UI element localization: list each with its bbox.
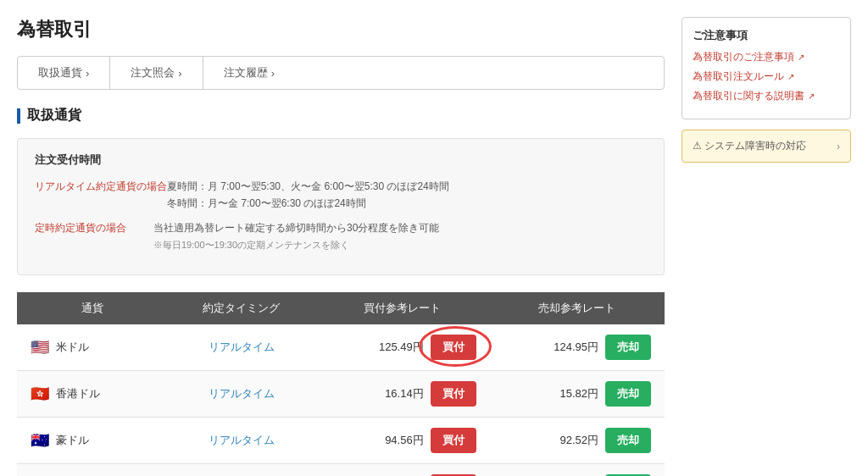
info-label-realtime: リアルタイム約定通貨の場合 — [35, 178, 167, 213]
table-row: 🇦🇺豪ドルリアルタイム94.56円買付92.52円売却 — [17, 417, 665, 463]
nav-item-currency[interactable]: 取扱通貨 › — [18, 57, 109, 89]
alert-text: ⚠ システム障害時の対応 — [693, 139, 806, 153]
buy-rate-cell: 125.49円買付 — [314, 324, 489, 371]
sidebar-link-3[interactable]: 為替取引に関する説明書 ↗ — [693, 89, 840, 103]
main-content: 為替取引 取扱通貨 › 注文照会 › 注文履歴 › 取扱通貨 注文受付時間 リア… — [17, 17, 665, 476]
section-title: 取扱通貨 — [17, 107, 665, 125]
col-header-sell-rate: 売却参考レート — [490, 292, 665, 324]
buy-rate-cell: 94.56円買付 — [314, 417, 489, 463]
timing-cell: リアルタイム — [169, 417, 315, 463]
nav-chevron-orders: › — [178, 67, 181, 80]
table-row: 🇺🇸米ドルリアルタイム125.49円買付124.95円売却 — [17, 324, 665, 371]
buy-rate-value: 94.56円 — [385, 433, 424, 448]
nav-label-currency: 取扱通貨 — [38, 65, 82, 80]
sidebar-link-2[interactable]: 為替取引注文ルール ↗ — [693, 69, 840, 84]
alert-button[interactable]: ⚠ システム障害時の対応 › — [682, 130, 851, 163]
table-header-row: 通貨 約定タイミング 買付参考レート 売却参考レート — [17, 292, 665, 324]
currency-cell: 🇺🇸米ドル — [17, 324, 169, 371]
nav-item-history[interactable]: 注文履歴 › — [203, 57, 295, 89]
timing-cell: リアルタイム — [169, 463, 315, 476]
sell-rate-cell: 92.52円売却 — [490, 417, 665, 463]
info-label-scheduled: 定時約定通貨の場合 — [35, 219, 153, 254]
external-icon-3: ↗ — [808, 91, 815, 101]
sell-rate-value: 92.52円 — [559, 433, 598, 448]
sidebar-link-1-label: 為替取引のご注意事項 — [693, 50, 794, 64]
currency-table: 通貨 約定タイミング 買付参考レート 売却参考レート 🇺🇸米ドルリアルタイム12… — [17, 292, 665, 476]
buy-rate-cell: 8.93円買付 — [314, 463, 489, 476]
sidebar-link-2-label: 為替取引注文ルール — [693, 69, 784, 84]
currency-cell: 🇦🇺豪ドル — [17, 417, 169, 463]
buy-rate-cell: 16.14円買付 — [314, 370, 489, 417]
nav-item-orders[interactable]: 注文照会 › — [110, 57, 202, 89]
alert-label: ⚠ システム障害時の対応 — [693, 139, 806, 153]
sell-rate-value: 15.82円 — [559, 386, 598, 401]
nav-chevron-currency: › — [86, 67, 89, 80]
sell-rate-cell: 8.31円売却 — [490, 463, 665, 476]
sidebar-link-3-label: 為替取引に関する説明書 — [693, 89, 804, 103]
timing-cell: リアルタイム — [169, 324, 315, 371]
flag-icon: 🇺🇸 — [31, 340, 49, 354]
info-box: 注文受付時間 リアルタイム約定通貨の場合 夏時間：月 7:00〜翌5:30、火〜… — [17, 138, 665, 275]
nav-bar: 取扱通貨 › 注文照会 › 注文履歴 › — [17, 56, 665, 90]
currency-cell: 🇭🇰香港ドル — [17, 370, 169, 417]
sell-rate-cell: 15.82円売却 — [490, 370, 665, 417]
timing-cell: リアルタイム — [169, 370, 315, 417]
nav-label-orders: 注文照会 — [131, 65, 175, 80]
info-value-realtime: 夏時間：月 7:00〜翌5:30、火〜金 6:00〜翌5:30 のほぼ24時間 … — [167, 178, 449, 213]
sell-button[interactable]: 売却 — [605, 428, 651, 453]
sidebar: ご注意事項 為替取引のご注意事項 ↗ 為替取引注文ルール ↗ 為替取引に関する説… — [682, 17, 851, 476]
buy-button[interactable]: 買付 — [431, 335, 476, 360]
currency-cell: 🇿🇦南アランド — [17, 463, 169, 476]
buy-rate-value: 16.14円 — [385, 386, 424, 401]
sidebar-link-1[interactable]: 為替取引のご注意事項 ↗ — [693, 50, 840, 64]
currency-name: 豪ドル — [56, 433, 89, 448]
col-header-currency: 通貨 — [17, 292, 169, 324]
sell-button[interactable]: 売却 — [605, 381, 651, 407]
nav-label-history: 注文履歴 — [224, 65, 268, 80]
sell-button[interactable]: 売却 — [605, 335, 651, 360]
info-box-title: 注文受付時間 — [35, 152, 647, 168]
sell-rate-cell: 124.95円売却 — [490, 324, 665, 371]
sell-rate-value: 124.95円 — [554, 340, 598, 355]
currency-name: 米ドル — [56, 340, 89, 355]
col-header-buy-rate: 買付参考レート — [314, 292, 489, 324]
page-title: 為替取引 — [17, 17, 665, 42]
table-row: 🇿🇦南アランドリアルタイム8.93円買付8.31円売却 — [17, 463, 665, 476]
info-row-scheduled: 定時約定通貨の場合 当社適用為替レート確定する締切時間から30分程度を除き可能 … — [35, 219, 647, 254]
buy-button[interactable]: 買付 — [431, 381, 476, 407]
col-header-timing: 約定タイミング — [169, 292, 315, 324]
flag-icon: 🇦🇺 — [31, 434, 49, 447]
flag-icon: 🇭🇰 — [31, 387, 49, 401]
sidebar-notice: ご注意事項 為替取引のご注意事項 ↗ 為替取引注文ルール ↗ 為替取引に関する説… — [682, 17, 851, 119]
nav-chevron-history: › — [271, 67, 275, 80]
buy-btn-wrapper: 買付 — [431, 335, 476, 360]
alert-chevron: › — [837, 141, 840, 152]
external-icon-1: ↗ — [798, 53, 804, 62]
external-icon-2: ↗ — [787, 72, 794, 81]
info-row-realtime: リアルタイム約定通貨の場合 夏時間：月 7:00〜翌5:30、火〜金 6:00〜… — [35, 178, 647, 213]
sidebar-notice-title: ご注意事項 — [693, 28, 840, 43]
info-value-scheduled: 当社適用為替レート確定する締切時間から30分程度を除き可能 ※毎日19:00〜1… — [153, 219, 439, 254]
currency-name: 香港ドル — [56, 386, 100, 401]
buy-button[interactable]: 買付 — [431, 428, 476, 453]
buy-rate-value: 125.49円 — [379, 340, 424, 355]
table-row: 🇭🇰香港ドルリアルタイム16.14円買付15.82円売却 — [17, 370, 665, 417]
